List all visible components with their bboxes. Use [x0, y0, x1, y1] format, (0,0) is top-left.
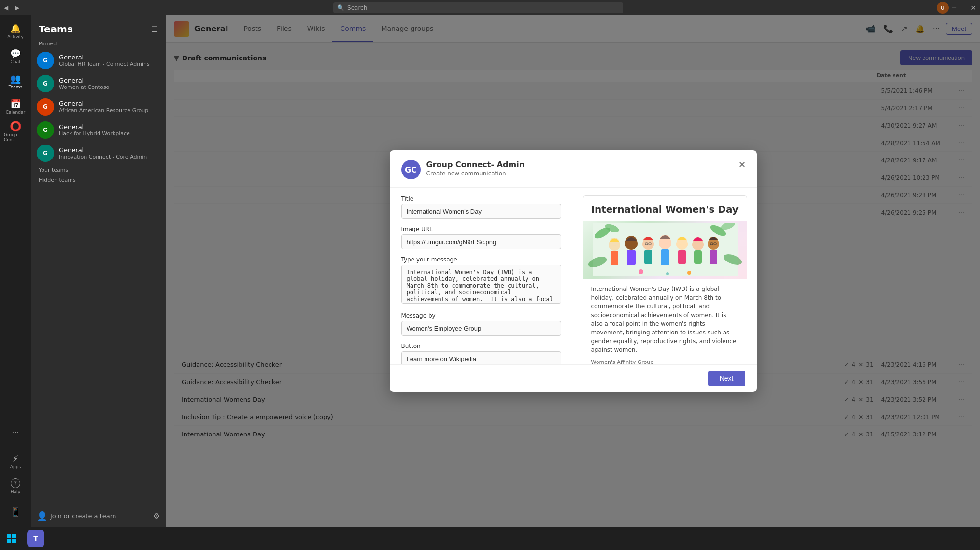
teams-nav[interactable]: 👥 Teams — [4, 70, 27, 93]
dialog-close-button[interactable]: ✕ — [736, 158, 749, 172]
sidebar: Teams ☰ Pinned G General Global HR Team … — [31, 15, 166, 527]
sidebar-item-3[interactable]: G General Hack for Hybrid Workplace — [31, 118, 166, 142]
join-icon: 👤 — [37, 511, 47, 521]
teams-icon: 👥 — [10, 73, 21, 84]
svg-rect-36 — [12, 534, 16, 538]
title-label: Title — [401, 195, 561, 202]
sidebar-avatar-1: G — [37, 75, 54, 92]
sidebar-item-0[interactable]: G General Global HR Team - Connect Admin… — [31, 49, 166, 72]
help-nav[interactable]: ? Help — [4, 475, 27, 498]
app-container: 🔔 Activity 💬 Chat 👥 Teams 📅 Calendar ⭕ G… — [0, 15, 980, 527]
svg-rect-22 — [678, 250, 686, 264]
svg-rect-28 — [710, 250, 717, 264]
button-label: Button — [401, 343, 561, 349]
preview-card: International Women's Day — [583, 195, 747, 364]
activity-label: Activity — [7, 34, 24, 39]
activity-nav[interactable]: 🔔 Activity — [4, 19, 27, 43]
search-bar[interactable]: 🔍 Search — [333, 2, 623, 13]
sidebar-item-2[interactable]: G General African American Resource Grou… — [31, 95, 166, 118]
svg-rect-37 — [7, 539, 11, 543]
sidebar-avatar-2: G — [37, 98, 54, 116]
chat-nav[interactable]: 💬 Chat — [4, 44, 27, 68]
message-label: Type your message — [401, 256, 561, 263]
group-connect-nav[interactable]: ⭕ Group Con.. — [4, 120, 27, 143]
windows-start-icon[interactable] — [4, 531, 19, 546]
apps-icon: ⚡ — [10, 453, 21, 463]
minimize-icon[interactable]: ─ — [952, 4, 956, 12]
filter-icon[interactable]: ☰ — [151, 25, 158, 34]
sidebar-item-4[interactable]: G General Innovation Connect - Core Admi… — [31, 142, 166, 165]
svg-rect-14 — [644, 250, 652, 264]
titlebar: ◀ ▶ 🔍 Search U ─ □ ✕ — [0, 0, 980, 15]
sidebar-item-sub-4: Innovation Connect - Core Admin — [59, 154, 147, 160]
svg-point-34 — [666, 272, 669, 275]
help-icon: ? — [11, 478, 20, 488]
calendar-icon: 📅 — [10, 98, 21, 109]
image-url-input[interactable] — [401, 234, 561, 249]
chat-icon: 💬 — [10, 48, 21, 58]
message-by-label: Message by — [401, 312, 561, 319]
image-url-label: Image URL — [401, 226, 561, 232]
sidebar-item-name-4: General — [59, 146, 147, 154]
svg-rect-11 — [627, 250, 636, 265]
dialog-preview: International Women's Day — [573, 188, 757, 364]
join-team-btn[interactable]: 👤 Join or create a team — [37, 511, 116, 521]
sidebar-item-sub-3: Hack for Hybrid Workplace — [59, 130, 130, 137]
next-button[interactable]: Next — [708, 371, 745, 386]
message-textarea[interactable]: International Women's Day (IWD) is a glo… — [401, 265, 561, 304]
sidebar-header: Teams ☰ — [31, 15, 166, 39]
sidebar-item-sub-2: African American Resource Group — [59, 107, 148, 114]
hidden-teams-label: Hidden teams — [31, 175, 166, 185]
overlay: GC Group Connect- Admin Create new commu… — [166, 15, 980, 527]
dialog-body: Title Image URL Type your message Intern… — [390, 188, 757, 364]
icon-bar: 🔔 Activity 💬 Chat 👥 Teams 📅 Calendar ⭕ G… — [0, 15, 31, 527]
taskbar-teams-icon[interactable]: T — [27, 530, 44, 547]
calendar-nav[interactable]: 📅 Calendar — [4, 95, 27, 118]
settings-icon[interactable]: ⚙ — [153, 511, 160, 521]
sidebar-avatar-4: G — [37, 145, 54, 162]
preview-description: International Women's Day (IWD) is a glo… — [591, 285, 739, 354]
dialog: GC Group Connect- Admin Create new commu… — [390, 150, 757, 392]
window-controls: ◀ ▶ — [4, 4, 19, 11]
dialog-avatar: GC — [401, 160, 421, 179]
preview-author: Women's Affinity Group — [591, 359, 739, 364]
sidebar-item-name-1: General — [59, 77, 109, 84]
search-icon: 🔍 — [337, 4, 344, 11]
dialog-footer: Next — [390, 364, 757, 392]
dialog-subtitle: Create new communication — [426, 170, 525, 177]
taskbar: T — [0, 527, 980, 550]
search-placeholder: Search — [347, 4, 367, 11]
device-icon: 📱 — [10, 506, 21, 517]
title-input[interactable] — [401, 204, 561, 219]
more-nav[interactable]: ··· — [4, 420, 27, 444]
group-connect-icon: ⭕ — [10, 121, 21, 131]
dialog-header: GC Group Connect- Admin Create new commu… — [390, 150, 757, 188]
titlebar-right: U ─ □ ✕ — [937, 2, 976, 14]
sidebar-item-sub-1: Women at Contoso — [59, 84, 109, 90]
forward-icon[interactable]: ▶ — [15, 4, 19, 11]
maximize-icon[interactable]: □ — [960, 4, 966, 12]
svg-rect-19 — [661, 249, 669, 265]
svg-point-32 — [639, 269, 643, 274]
sidebar-title: Teams — [39, 23, 73, 35]
sidebar-item-1[interactable]: G General Women at Contoso — [31, 72, 166, 95]
svg-rect-35 — [7, 534, 11, 538]
sidebar-avatar-3: G — [37, 121, 54, 139]
preview-body: International Women's Day (IWD) is a glo… — [583, 279, 747, 364]
close-icon[interactable]: ✕ — [970, 4, 976, 12]
preview-image — [583, 221, 747, 279]
apps-nav[interactable]: ⚡ Apps — [4, 449, 27, 473]
join-label: Join or create a team — [50, 512, 116, 520]
image-url-group: Image URL — [401, 226, 561, 249]
pinned-label: Pinned — [31, 39, 166, 49]
svg-point-33 — [687, 271, 691, 275]
back-icon[interactable]: ◀ — [4, 4, 8, 11]
main-content: General Posts Files Wikis Comms Manage g… — [166, 15, 980, 527]
message-by-input[interactable] — [401, 321, 561, 336]
user-avatar[interactable]: U — [937, 2, 949, 14]
dialog-form: Title Image URL Type your message Intern… — [390, 188, 573, 364]
sidebar-bottom: 👤 Join or create a team ⚙ — [31, 505, 166, 527]
device-nav[interactable]: 📱 — [4, 500, 27, 523]
button-input[interactable] — [401, 351, 561, 364]
your-teams-label: Your teams — [31, 165, 166, 175]
